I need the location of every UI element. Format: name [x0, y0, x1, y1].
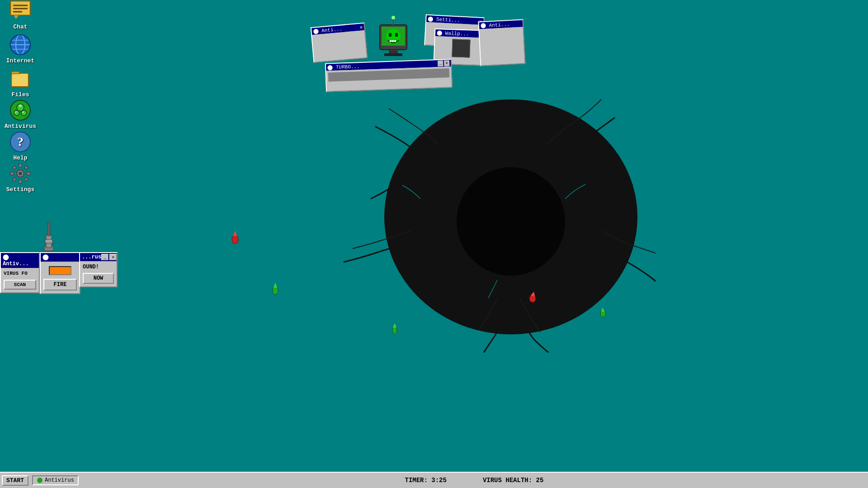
chaos-window-5[interactable]: ⬤ TURBO... _ ✕: [325, 59, 453, 92]
antivirus-window-2-close[interactable]: ✕: [109, 254, 117, 260]
files-icon-label: Files: [11, 91, 29, 98]
settings-icon: [9, 163, 31, 184]
taskbar-antivirus-label: Antivirus: [45, 477, 74, 483]
desktop-icon-help[interactable]: ? Help: [2, 131, 38, 161]
svg-point-19: [19, 104, 22, 107]
chaos-win5-title: ⬤ TURBO...: [327, 63, 360, 70]
antivirus-window-2-minimize[interactable]: _: [101, 254, 108, 260]
svg-point-25: [19, 172, 22, 175]
fire-indicator: [49, 266, 71, 275]
chaos-win3-title: ⬤ Wallp...: [437, 30, 469, 37]
antivirus-window-2-title: ...rus: [82, 254, 101, 260]
help-icon: ?: [9, 131, 31, 153]
svg-point-20: [15, 111, 17, 113]
desktop-icon-files[interactable]: Files: [2, 68, 38, 98]
desktop-icon-settings[interactable]: Settings: [2, 163, 38, 193]
fire-window-titlebar: ⬤: [41, 253, 80, 262]
svg-text:?: ?: [17, 135, 24, 149]
svg-rect-13: [11, 71, 19, 74]
taskbar-antivirus-icon: [37, 477, 43, 483]
svg-point-21: [22, 111, 24, 113]
svg-rect-14: [12, 74, 28, 86]
svg-rect-32: [13, 178, 16, 181]
timer-display: TIMER: 3:25: [405, 477, 446, 484]
desktop-icon-chat[interactable]: Chat: [2, 0, 38, 30]
fire-button[interactable]: FIRE: [43, 279, 77, 291]
chaos-window-1[interactable]: ⬤ Anti... ✕: [311, 23, 368, 63]
svg-point-17: [14, 110, 19, 116]
chaos-windows-cluster: ⬤ Anti... ✕ ⬤ Setti... ✕ ⬤ Wallp... ✕ ⬤ …: [312, 16, 538, 106]
svg-rect-51: [45, 239, 52, 243]
internet-icon: [9, 34, 31, 56]
chat-icon-label: Chat: [13, 23, 27, 30]
taskbar-center: TIMER: 3:25 VIRUS HEALTH: 25: [82, 477, 866, 484]
svg-marker-5: [14, 15, 19, 19]
antivirus-window-1-title: ⬤ Antiv...: [3, 254, 37, 267]
taskbar: START Antivirus TIMER: 3:25 VIRUS HEALTH…: [0, 472, 868, 488]
antivirus-window-2-titlebar: ...rus _ ✕: [80, 253, 117, 261]
chaos-window-4[interactable]: ⬤ Anti...: [478, 19, 525, 66]
internet-icon-label: Internet: [6, 57, 34, 64]
settings-icon-label: Settings: [6, 186, 34, 193]
svg-rect-29: [27, 172, 30, 175]
antivirus-window-1-titlebar: ⬤ Antiv...: [1, 253, 39, 268]
svg-rect-30: [13, 166, 16, 169]
virus-found-text: VIRUS FO: [4, 271, 36, 276]
scan-button[interactable]: SCAN: [4, 280, 36, 290]
fire-window[interactable]: ⬤ FIRE: [40, 252, 80, 294]
antivirus-icon-label: Antivirus: [5, 123, 36, 130]
taskbar-antivirus-item[interactable]: Antivirus: [32, 475, 79, 485]
chat-icon: [9, 0, 31, 22]
svg-rect-33: [24, 166, 28, 169]
cannon-sprite: [40, 221, 58, 253]
virus-health-display: VIRUS HEALTH: 25: [483, 477, 543, 484]
chaos-win5-close[interactable]: ✕: [444, 60, 449, 66]
antivirus-window-2[interactable]: ...rus _ ✕ OUND! NOW: [79, 252, 118, 287]
svg-rect-27: [19, 180, 22, 183]
files-icon: [9, 68, 31, 89]
chaos-win5-minimize[interactable]: _: [438, 61, 443, 66]
start-button[interactable]: START: [2, 475, 28, 486]
chaos-win1-close[interactable]: ✕: [359, 24, 363, 30]
svg-rect-31: [24, 178, 28, 181]
svg-point-18: [21, 110, 27, 116]
now-button[interactable]: NOW: [83, 273, 114, 284]
antivirus-window-1[interactable]: ⬤ Antiv... VIRUS FO SCAN: [0, 252, 40, 293]
antivirus-desktop-icon: [9, 99, 31, 121]
desktop-icon-internet[interactable]: Internet: [2, 34, 38, 64]
svg-point-62: [37, 478, 42, 483]
svg-rect-28: [10, 172, 14, 175]
svg-rect-26: [19, 164, 22, 167]
svg-rect-50: [47, 222, 50, 236]
help-icon-label: Help: [13, 155, 27, 161]
virus-found-text-2: OUND!: [83, 264, 114, 270]
desktop-icon-antivirus[interactable]: Antivirus: [2, 99, 38, 130]
